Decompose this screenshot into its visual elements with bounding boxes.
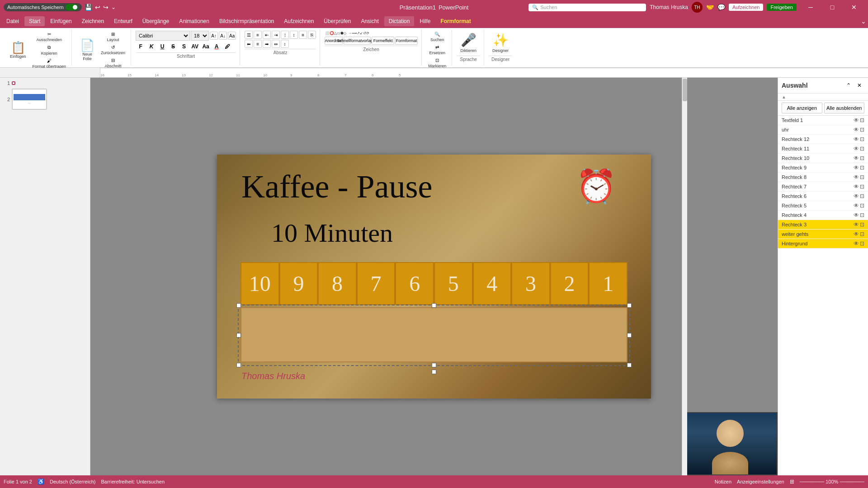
collab-icon[interactable]: 🤝 [706,4,714,11]
kopieren-button[interactable]: ⧉ Kopieren [31,44,68,56]
scroll-thumb[interactable] [683,79,687,101]
layer-weitergehts[interactable]: weiter gehts 👁 ⊡ [778,230,868,239]
menu-animationen[interactable]: Animationen [175,16,214,26]
align-left-button[interactable]: ⬅ [245,40,253,48]
eye-icon[interactable]: 👁 [854,117,859,123]
layer-rechteck4[interactable]: Rechteck 4 👁 ⊡ [778,211,868,220]
view-settings-button[interactable]: Anzeigeeinstellungen [737,479,784,484]
eye-icon[interactable]: 👁 [854,174,859,180]
autosave-toggle[interactable] [66,4,78,10]
lock-icon[interactable]: ⊡ [860,183,864,190]
eye-icon[interactable]: 👁 [854,164,859,171]
maximize-button[interactable]: □ [822,0,843,14]
case-button[interactable]: Aa [201,42,211,52]
layer-rechteck10[interactable]: Rechteck 10 👁 ⊡ [778,154,868,163]
ausschneiden-button[interactable]: ✂ Ausschneiden [31,31,68,43]
redo-icon[interactable]: ↪ [103,4,108,11]
lock-icon[interactable]: ⊡ [860,136,864,142]
panel-expand-button[interactable]: ⌃ [844,80,854,90]
increase-indent-button[interactable]: ⇥ [272,31,280,39]
layer-rechteck12[interactable]: Rechteck 12 👁 ⊡ [778,135,868,144]
eye-icon[interactable]: 👁 [854,212,859,218]
language-status[interactable]: Deutsch (Österreich) [50,479,95,484]
cols-button[interactable]: ⫶ [281,31,289,39]
share-btn[interactable]: Freigeben [767,4,797,11]
eye-icon[interactable]: 👁 [854,221,859,228]
menu-datei[interactable]: Datei [2,16,24,26]
accessibility-status[interactable]: Barrierefreiheit: Untersuchen [101,479,165,484]
normal-view-icon[interactable]: ⊞ [790,479,794,485]
menu-formformat[interactable]: Formformat [436,16,475,26]
close-button[interactable]: ✕ [844,0,864,14]
underline-button[interactable]: U [157,42,167,52]
minimize-button[interactable]: ─ [800,0,821,14]
panel-scroll-up[interactable]: ▲ [778,94,868,101]
font-increase-button[interactable]: A↑ [210,32,218,40]
eye-icon[interactable]: 👁 [854,183,859,190]
present-btn[interactable]: Aufzeichnen [729,4,764,11]
justify-button[interactable]: ⇔ [272,40,280,48]
bold-button[interactable]: F [136,42,146,52]
autosave-badge[interactable]: Automatisches Speichern [4,3,82,11]
font-decrease-button[interactable]: A↓ [219,32,227,40]
align-right-button[interactable]: ➡ [263,40,271,48]
eye-icon[interactable]: 👁 [854,193,859,199]
eye-icon[interactable]: 👁 [854,155,859,161]
lock-icon[interactable]: ⊡ [860,240,864,247]
menu-ueberpruefen[interactable]: Überprüfen [319,16,355,26]
suchen-button[interactable]: 🔍 Suchen [429,31,446,43]
numbered-list-button[interactable]: ≡ [254,31,262,39]
eye-icon[interactable]: 👁 [854,136,859,142]
smartart-button[interactable]: ⎘ [308,31,316,39]
layer-rechteck11[interactable]: Rechteck 11 👁 ⊡ [778,144,868,154]
strikethrough-button[interactable]: S [168,42,178,52]
menu-start[interactable]: Start [24,16,45,26]
undo-icon[interactable]: ↩ [95,4,100,11]
slide-thumb-2[interactable]: — [12,89,47,110]
bullet-list-button[interactable]: ☰ [245,31,253,39]
font-color-button[interactable]: A [212,42,222,52]
eye-icon[interactable]: 👁 [854,240,859,247]
lock-icon[interactable]: ⊡ [860,164,864,171]
text-direction-button[interactable]: ↕ [290,31,298,39]
comment-icon[interactable]: 💬 [717,4,725,11]
menu-entwurf[interactable]: Entwurf [109,16,137,26]
menu-bildschirm[interactable]: Bildschirmpräsentation [215,16,278,26]
show-all-button[interactable]: Alle anzeigen [782,103,822,113]
lock-icon[interactable]: ⊡ [860,155,864,161]
layer-rechteck8[interactable]: Rechteck 8 👁 ⊡ [778,173,868,182]
lock-icon[interactable]: ⊡ [860,231,864,237]
layer-rechteck9[interactable]: Rechteck 9 👁 ⊡ [778,163,868,173]
ribbon-collapse-icon[interactable]: ⌄ [861,18,866,25]
hide-all-button[interactable]: Alle ausblenden [824,103,865,113]
search-box[interactable]: 🔍 Suchen [528,4,646,11]
lock-icon[interactable]: ⊡ [860,174,864,180]
eye-icon[interactable]: 👁 [854,202,859,209]
markieren-button[interactable]: ⊡ Markieren [426,57,448,69]
lock-icon[interactable]: ⊡ [860,193,864,199]
vertical-scrollbar[interactable] [682,78,687,475]
notes-button[interactable]: Notizen [715,479,731,484]
designer-button[interactable]: ✨ Designer [489,31,512,55]
slide-thumb-1[interactable]: Kaffee - Pause 10 Minuten 10 9 8 7 6 5 [12,81,15,85]
clear-format-button[interactable]: Aa [228,32,236,40]
layer-rechteck7[interactable]: Rechteck 7 👁 ⊡ [778,182,868,192]
lock-icon[interactable]: ⊡ [860,117,864,123]
align-center-button[interactable]: ≡ [254,40,262,48]
eye-icon[interactable]: 👁 [854,127,859,133]
neue-folie-button[interactable]: 📄 NeueFolie [76,38,98,63]
highlight-button[interactable]: 🖊 [222,42,232,52]
char-spacing-button[interactable]: AV [190,42,200,52]
layer-uhr[interactable]: uhr 👁 ⊡ [778,125,868,135]
layer-hintergrund[interactable]: Hintergrund 👁 ⊡ [778,239,868,249]
eye-icon[interactable]: 👁 [854,231,859,237]
layer-rechteck6[interactable]: Rechteck 6 👁 ⊡ [778,192,868,201]
more-icon[interactable]: ⌄ [111,4,116,10]
menu-dictation[interactable]: Dictation [384,16,415,26]
formformat-btn[interactable]: Formformat [395,37,418,45]
layer-textfeld1[interactable]: Textfeld 1 👁 ⊡ [778,116,868,125]
eye-icon[interactable]: 👁 [854,145,859,152]
line-spacing-button[interactable]: ↕ [281,40,289,48]
menu-ansicht[interactable]: Ansicht [356,16,383,26]
zuruecksetzen-button[interactable]: ↺ Zurücksetzen [99,44,127,56]
